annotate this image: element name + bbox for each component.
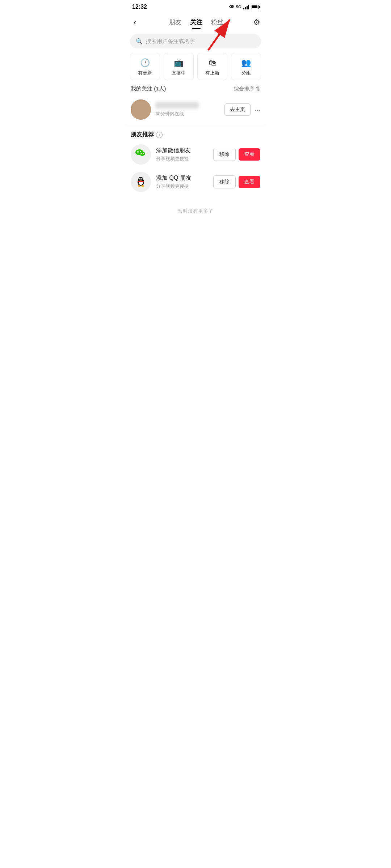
qq-remove-button[interactable]: 移除: [213, 175, 236, 188]
wechat-avatar: [131, 144, 151, 165]
qq-avatar: [131, 172, 151, 192]
search-placeholder: 搜索用户备注或名字: [146, 38, 195, 45]
filter-live[interactable]: 📺 直播中: [164, 53, 194, 80]
filter-new-icon: 🛍: [209, 58, 216, 68]
svg-rect-18: [138, 181, 144, 182]
sort-label[interactable]: 综合排序 ⇅: [234, 85, 260, 92]
svg-point-17: [140, 179, 142, 180]
friend-row-qq: 添加 QQ 朋友 分享视频更便捷 移除 查看: [131, 172, 260, 192]
wechat-name: 添加微信朋友: [156, 147, 208, 154]
qq-icon: [133, 173, 149, 191]
svg-point-15: [140, 178, 140, 179]
back-button[interactable]: ‹: [131, 16, 139, 29]
filter-group-label: 分组: [241, 70, 251, 76]
user-actions: 去主页 ···: [224, 103, 260, 116]
avatar: [131, 99, 151, 120]
more-button[interactable]: ···: [254, 106, 260, 114]
no-more: 暂时没有更多了: [125, 199, 266, 229]
svg-point-7: [141, 153, 142, 154]
user-name-blurred: [155, 102, 199, 109]
signal-icon: [243, 4, 249, 9]
wechat-view-button[interactable]: 查看: [239, 148, 260, 161]
search-wrap: 🔍 搜索用户备注或名字: [130, 34, 261, 48]
filter-new[interactable]: 🛍 有上新: [197, 53, 227, 80]
tab-friends[interactable]: 朋友: [169, 15, 181, 29]
status-icons: 👁 5G: [229, 4, 259, 10]
eye-icon: 👁: [229, 4, 234, 10]
tab-fans[interactable]: 粉丝: [211, 15, 223, 29]
filter-updates-icon: 🕐: [140, 58, 150, 68]
svg-point-6: [139, 152, 145, 156]
qq-view-button[interactable]: 查看: [239, 176, 260, 188]
info-icon: i: [156, 132, 163, 138]
user-info: 30分钟内在线: [155, 102, 220, 117]
svg-point-19: [138, 185, 140, 187]
section-header: 我的关注 (1人) 综合排序 ⇅: [125, 85, 266, 96]
filter-live-icon: 📺: [174, 58, 184, 68]
filter-group-icon: 👥: [241, 58, 251, 68]
filter-updates[interactable]: 🕐 有更新: [130, 53, 160, 80]
search-bar[interactable]: 🔍 搜索用户备注或名字: [130, 34, 261, 48]
filter-row: 🕐 有更新 📺 直播中 🛍 有上新 👥 分组: [125, 53, 266, 80]
5g-label: 5G: [236, 5, 241, 9]
qq-actions: 移除 查看: [213, 175, 260, 188]
status-bar: 12:32 👁 5G: [125, 0, 266, 12]
filter-updates-label: 有更新: [138, 70, 152, 76]
wechat-icon: [133, 145, 149, 164]
header-nav: ‹ 朋友 关注 粉丝 ⚙: [125, 12, 266, 29]
svg-point-8: [143, 153, 144, 154]
user-status: 30分钟内在线: [155, 111, 184, 116]
user-row: 30分钟内在线 去主页 ···: [125, 96, 266, 125]
sort-icon: ⇅: [256, 85, 260, 92]
svg-point-4: [137, 151, 139, 153]
battery-icon: [251, 5, 259, 9]
wechat-actions: 移除 查看: [213, 148, 260, 161]
status-time: 12:32: [132, 4, 147, 10]
nav-tabs: 朋友 关注 粉丝: [169, 15, 223, 29]
svg-point-16: [142, 178, 142, 179]
friends-title: 朋友推荐 i: [131, 131, 260, 139]
friends-section: 朋友推荐 i 添加微信朋友 分享视频更便捷 移除 查看: [125, 125, 266, 192]
wechat-desc: 分享视频更便捷: [156, 156, 208, 162]
friend-row-wechat: 添加微信朋友 分享视频更便捷 移除 查看: [131, 144, 260, 165]
qq-info: 添加 QQ 朋友 分享视频更便捷: [156, 174, 208, 190]
tab-following[interactable]: 关注: [190, 15, 202, 29]
filter-new-label: 有上新: [205, 70, 219, 76]
filter-group[interactable]: 👥 分组: [231, 53, 261, 80]
wechat-info: 添加微信朋友 分享视频更便捷: [156, 147, 208, 162]
goto-home-button[interactable]: 去主页: [224, 103, 251, 116]
qq-desc: 分享视频更便捷: [156, 183, 208, 190]
following-count: 我的关注 (1人): [131, 85, 166, 92]
search-icon: 🔍: [136, 38, 143, 45]
qq-name: 添加 QQ 朋友: [156, 174, 208, 182]
wechat-remove-button[interactable]: 移除: [213, 148, 236, 161]
svg-point-20: [141, 185, 144, 187]
filter-live-label: 直播中: [172, 70, 186, 76]
settings-button[interactable]: ⚙: [253, 18, 260, 27]
